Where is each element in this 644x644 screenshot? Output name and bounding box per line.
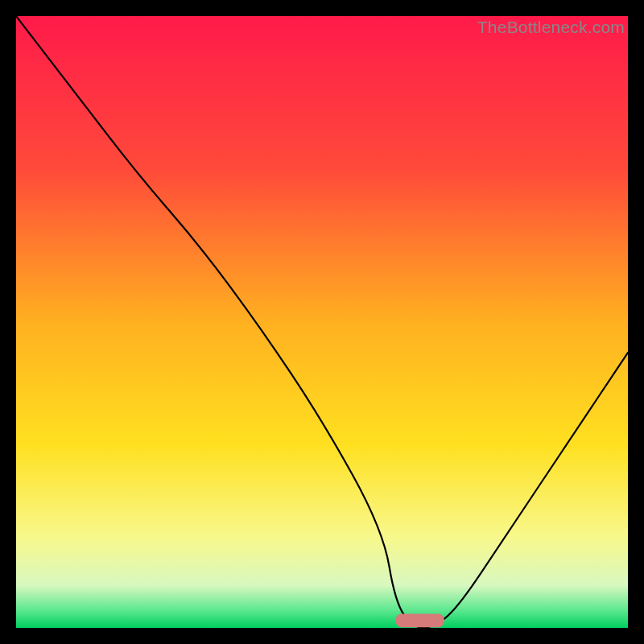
bottleneck-plot [16, 16, 628, 628]
watermark-text: TheBottleneck.com [477, 18, 625, 37]
gradient-background [16, 16, 628, 628]
chart-frame: TheBottleneck.com [16, 16, 628, 628]
optimum-marker [395, 614, 444, 628]
